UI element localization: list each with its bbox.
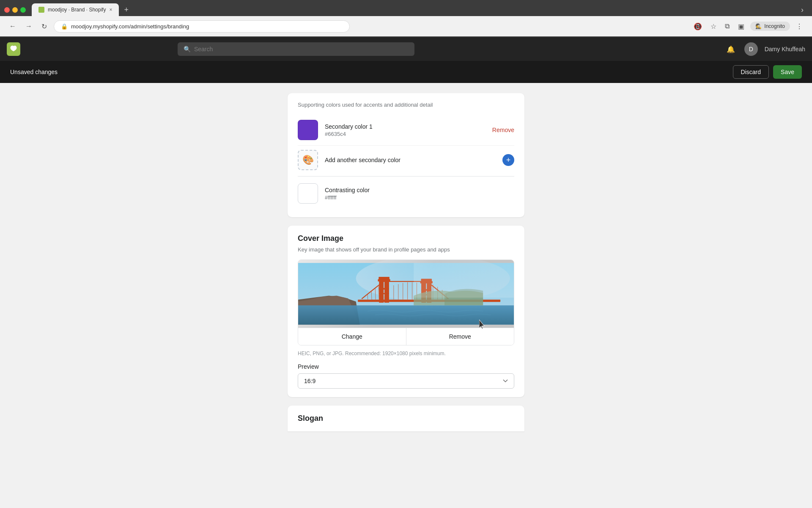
add-secondary-color-row[interactable]: 🎨 Add another secondary color +	[298, 146, 514, 174]
cover-image-area: Change Remove	[298, 260, 514, 345]
cover-image-preview	[298, 260, 514, 328]
shopify-topbar: 🔍 🔔 D Damy Khuffeah	[0, 37, 812, 61]
bookmark-icon[interactable]: ☆	[708, 21, 719, 32]
svg-rect-33	[414, 263, 514, 298]
add-secondary-color-button[interactable]: +	[502, 154, 514, 166]
secondary-color-1-row: Secondary color 1 #6635c4 Remove	[298, 115, 514, 146]
secondary-color-1-hex: #6635c4	[325, 131, 492, 137]
file-hint-text: HEIC, PNG, or JPG. Recommended: 1920×108…	[298, 351, 514, 356]
unsaved-changes-bar: Unsaved changes Discard Save	[0, 61, 812, 83]
palette-icon: 🎨	[302, 155, 314, 166]
address-text: moodjoy.myshopify.com/admin/settings/bra…	[71, 23, 189, 30]
browser-toolbar: ← → ↻ 🔒 moodjoy.myshopify.com/admin/sett…	[0, 16, 812, 36]
tab-bar: moodjoy · Brand · Shopify × + ›	[0, 0, 812, 16]
svg-rect-10	[379, 288, 389, 290]
unsaved-changes-title: Unsaved changes	[10, 69, 58, 75]
add-color-placeholder-icon: 🎨	[298, 150, 318, 170]
contrasting-color-swatch[interactable]	[298, 183, 318, 204]
browser-menu-button[interactable]: ⋮	[793, 21, 805, 32]
window-minimize-btn[interactable]	[12, 7, 18, 13]
incognito-chip: 🕵 Incognito	[750, 22, 790, 31]
tab-title: moodjoy · Brand · Shopify	[48, 7, 106, 13]
preview-section: Preview 16:9 4:3 1:1 9:16	[298, 363, 514, 389]
topbar-user-name: Damy Khuffeah	[765, 46, 805, 52]
save-button[interactable]: Save	[773, 65, 802, 79]
tab-favicon	[38, 7, 44, 13]
svg-rect-7	[384, 280, 389, 303]
cover-image-card: Cover Image Key image that shows off you…	[288, 226, 524, 397]
nav-forward-button[interactable]: →	[23, 21, 35, 32]
topbar-right: 🔔 D Damy Khuffeah	[724, 42, 805, 56]
topbar-avatar[interactable]: D	[744, 42, 758, 56]
secondary-color-1-swatch[interactable]	[298, 120, 318, 140]
page-content: Supporting colors used for accents and a…	[0, 83, 812, 508]
window-controls	[4, 7, 26, 13]
secondary-color-1-info: Secondary color 1 #6635c4	[325, 123, 492, 137]
cover-image-description: Key image that shows off your brand in p…	[298, 246, 514, 253]
add-secondary-color-label: Add another secondary color	[325, 157, 502, 163]
browser-chrome: moodjoy · Brand · Shopify × + › ← → ↻ 🔒 …	[0, 0, 812, 37]
new-tab-button[interactable]: +	[121, 6, 132, 14]
cover-image-actions: Change Remove	[298, 328, 514, 345]
colors-divider	[298, 176, 514, 177]
plus-icon: +	[506, 156, 511, 164]
contrasting-color-label: Contrasting color	[325, 187, 514, 193]
search-input[interactable]	[194, 46, 409, 52]
address-bar[interactable]: 🔒 moodjoy.myshopify.com/admin/settings/b…	[54, 20, 350, 33]
incognito-label: Incognito	[764, 23, 785, 29]
preview-aspect-ratio-select[interactable]: 16:9 4:3 1:1 9:16	[298, 373, 514, 389]
secondary-colors-card: Supporting colors used for accents and a…	[288, 93, 524, 217]
nav-back-button[interactable]: ←	[7, 21, 19, 32]
cover-image-change-button[interactable]: Change	[298, 328, 406, 345]
shopify-search-bar[interactable]: 🔍	[178, 42, 414, 56]
extensions-icon[interactable]: ⧉	[722, 21, 732, 32]
secondary-color-1-label: Secondary color 1	[325, 123, 492, 130]
discard-button[interactable]: Discard	[733, 65, 769, 79]
preview-label: Preview	[298, 363, 514, 370]
incognito-icon: 🕵	[755, 23, 762, 29]
remove-secondary-color-1-button[interactable]: Remove	[492, 127, 514, 133]
cover-image-title: Cover Image	[298, 234, 514, 243]
tab-close-icon[interactable]: ×	[109, 7, 112, 13]
window-maximize-btn[interactable]	[20, 7, 26, 13]
shopify-logo	[7, 42, 20, 56]
shopify-logo-icon	[7, 42, 20, 56]
svg-rect-9	[379, 277, 390, 280]
nav-refresh-button[interactable]: ↻	[39, 21, 49, 32]
app-shell: 🔍 🔔 D Damy Khuffeah Unsaved changes Disc…	[0, 37, 812, 508]
browser-menu-icon[interactable]: ›	[801, 6, 808, 14]
colors-description: Supporting colors used for accents and a…	[298, 102, 514, 108]
content-wrapper: Supporting colors used for accents and a…	[288, 93, 524, 498]
slogan-title: Slogan	[298, 414, 514, 423]
contrasting-color-info: Contrasting color #ffffff	[325, 187, 514, 201]
browser-tab-active[interactable]: moodjoy · Brand · Shopify ×	[32, 3, 119, 16]
sidebar-icon[interactable]: ▣	[735, 21, 747, 32]
bridge-image-svg	[298, 260, 514, 328]
bar-actions: Discard Save	[733, 65, 802, 79]
contrasting-color-hex: #ffffff	[325, 194, 514, 201]
lock-icon: 🔒	[61, 23, 68, 30]
cover-image-remove-button[interactable]: Remove	[406, 328, 514, 345]
contrasting-color-row: Contrasting color #ffffff	[298, 178, 514, 209]
search-icon: 🔍	[184, 46, 191, 52]
toolbar-right: 📵 ☆ ⧉ ▣ 🕵 Incognito ⋮	[691, 21, 805, 32]
topbar-bell-icon[interactable]: 🔔	[724, 44, 738, 55]
window-close-btn[interactable]	[4, 7, 10, 13]
svg-rect-11	[379, 293, 389, 294]
camera-off-icon[interactable]: 📵	[691, 21, 705, 32]
slogan-card: Slogan	[288, 406, 524, 431]
svg-rect-4	[298, 305, 514, 325]
